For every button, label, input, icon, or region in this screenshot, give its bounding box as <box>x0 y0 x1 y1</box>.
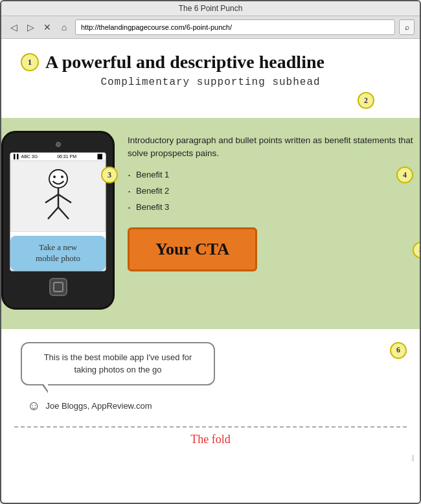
time-display: 06:31 PM <box>57 154 76 159</box>
phone-camera <box>56 142 61 147</box>
svg-line-4 <box>45 194 58 203</box>
subhead: Complimentary supporting subhead <box>21 76 400 88</box>
headline-section: 1 A powerful and descriptive headline <box>21 52 400 73</box>
phone-screen: ▌▌ ABC 3G 06:31 PM ▐█ <box>10 152 106 271</box>
phone: ▌▌ ABC 3G 06:31 PM ▐█ <box>1 131 115 310</box>
benefit-3: Benefit 3 <box>128 200 420 216</box>
phone-photo-area <box>10 161 106 232</box>
benefit-1: Benefit 1 <box>128 167 420 183</box>
badge-4: 4 <box>396 166 413 183</box>
browser-title: The 6 Point Punch <box>179 4 243 13</box>
svg-point-1 <box>53 176 56 178</box>
svg-line-7 <box>58 207 69 219</box>
green-section: ▌▌ ABC 3G 06:31 PM ▐█ <box>0 118 421 329</box>
badge-6: 6 <box>390 342 407 359</box>
reviewer-name: Joe Bloggs, AppReview.com <box>45 401 152 411</box>
badge-6-wrapper: 6 <box>390 342 407 359</box>
address-bar[interactable] <box>75 19 395 35</box>
benefit-2: Benefit 2 <box>128 183 420 200</box>
signal-indicator: ▌▌ ABC 3G <box>14 154 38 159</box>
reviewer: ☺ Joe Bloggs, AppReview.com <box>21 398 215 413</box>
phone-home-button[interactable] <box>49 278 67 296</box>
badge-4-wrapper: 4 <box>396 166 413 183</box>
stick-figure <box>39 167 78 225</box>
badge-2: 2 <box>358 92 374 109</box>
nav-buttons: ◁ ▷ ✕ ⌂ <box>6 20 71 34</box>
main-headline: A powerful and descriptive headline <box>45 52 324 73</box>
browser-window: The 6 Point Punch ◁ ▷ ✕ ⌂ ⌕ 1 A powerful… <box>0 0 421 504</box>
reviewer-icon: ☺ <box>27 398 40 413</box>
page-content: 1 A powerful and descriptive headline Co… <box>1 39 420 118</box>
badge-3-wrapper: 3 <box>101 166 118 183</box>
phone-wrap: ▌▌ ABC 3G 06:31 PM ▐█ <box>1 131 115 310</box>
badge-5: 5 <box>413 242 421 258</box>
fold-section: The fold <box>14 426 407 452</box>
battery-indicator: ▐█ <box>96 154 102 159</box>
svg-line-6 <box>48 207 58 219</box>
browser-title-bar: The 6 Point Punch <box>1 1 420 16</box>
badge-5-wrapper: 5 <box>413 242 421 258</box>
content-right: Introductory paragraph and bullet points… <box>128 131 420 271</box>
svg-line-5 <box>58 194 71 203</box>
testimonial-section: This is the best mobile app I've used fo… <box>1 329 420 420</box>
badge-3: 3 <box>101 166 118 183</box>
search-button[interactable]: ⌕ <box>399 19 415 35</box>
phone-home-inner <box>53 282 63 292</box>
home-button[interactable]: ⌂ <box>57 20 71 34</box>
svg-point-0 <box>49 170 67 188</box>
close-button[interactable]: ✕ <box>40 20 54 34</box>
testimonial-text: This is the best mobile app I've used fo… <box>44 352 192 375</box>
svg-point-2 <box>61 176 63 178</box>
back-button[interactable]: ◁ <box>6 20 21 34</box>
badge-1: 1 <box>21 53 39 71</box>
speech-bubble: This is the best mobile app I've used fo… <box>21 342 215 385</box>
browser-toolbar: ◁ ▷ ✕ ⌂ ⌕ <box>1 16 420 39</box>
fold-label: The fold <box>14 433 407 446</box>
forward-button[interactable]: ▷ <box>23 20 38 34</box>
cta-button[interactable]: Your CTA <box>128 227 257 271</box>
watermark: ∥ <box>1 452 420 464</box>
phone-cta-button[interactable]: Take a newmobile photo <box>10 236 106 271</box>
intro-text: Introductory paragraph and bullet points… <box>128 134 420 161</box>
phone-status-bar: ▌▌ ABC 3G 06:31 PM ▐█ <box>10 153 106 161</box>
phone-top <box>10 142 106 147</box>
benefits-list: Benefit 1 Benefit 2 Benefit 3 <box>128 167 420 216</box>
search-icon: ⌕ <box>405 23 409 32</box>
